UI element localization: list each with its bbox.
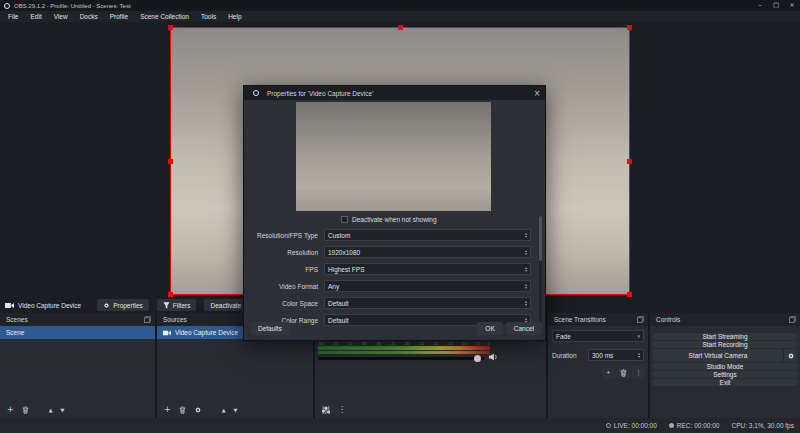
menu-view[interactable]: View bbox=[48, 11, 74, 22]
move-source-down-button[interactable]: ▼ bbox=[234, 408, 238, 413]
filters-button[interactable]: Filters bbox=[157, 299, 197, 311]
move-source-up-button[interactable]: ▲ bbox=[222, 408, 226, 413]
selection-handle[interactable] bbox=[398, 25, 403, 30]
selection-handle[interactable] bbox=[627, 25, 632, 30]
ok-button[interactable]: OK bbox=[477, 322, 502, 335]
transitions-dock-header[interactable]: Scene Transitions bbox=[548, 313, 648, 326]
duration-spinbox[interactable]: 300 ms ▴▾ bbox=[588, 349, 644, 361]
form-row-resolution: Resolution 1920x1080 ▴▾ bbox=[252, 246, 531, 258]
titlebar[interactable]: OBS 29.1.2 - Profile: Untitled - Scenes:… bbox=[0, 0, 800, 11]
selection-handle[interactable] bbox=[627, 159, 632, 164]
resolution-select[interactable]: 1920x1080 ▴▾ bbox=[324, 246, 531, 258]
remove-source-button[interactable] bbox=[179, 406, 186, 414]
move-scene-up-button[interactable]: ▲ bbox=[49, 408, 53, 413]
source-properties-gear-icon[interactable] bbox=[194, 406, 202, 414]
studio-mode-button[interactable]: Studio Mode bbox=[653, 363, 797, 370]
video-format-select[interactable]: Any ▴▾ bbox=[324, 280, 531, 292]
controls-dock-header[interactable]: Controls bbox=[650, 313, 800, 326]
scene-name: Scene bbox=[6, 329, 24, 336]
minimize-button[interactable]: – bbox=[752, 0, 768, 11]
obs-logo-icon bbox=[253, 90, 259, 96]
transition-properties-kebab-icon[interactable]: ⋮ bbox=[632, 366, 645, 379]
virtual-camera-config-button[interactable] bbox=[784, 349, 797, 362]
window-controls: – □ × bbox=[752, 0, 800, 11]
obs-window: OBS 29.1.2 - Profile: Untitled - Scenes:… bbox=[0, 0, 800, 433]
advanced-audio-sliders-icon[interactable] bbox=[322, 406, 330, 414]
spinner-arrows-icon: ▴▾ bbox=[525, 232, 527, 239]
add-transition-button[interactable]: + bbox=[602, 366, 615, 379]
menu-bar: File Edit View Docks Profile Scene Colle… bbox=[0, 11, 800, 22]
sources-dock-title: Sources bbox=[163, 316, 187, 323]
remove-transition-button[interactable] bbox=[617, 366, 630, 379]
gear-icon bbox=[103, 302, 110, 309]
selection-handle[interactable] bbox=[168, 25, 173, 30]
dock-popout-icon[interactable] bbox=[637, 316, 644, 323]
menu-docks[interactable]: Docks bbox=[74, 11, 104, 22]
properties-button[interactable]: Properties bbox=[97, 299, 149, 311]
spinner-arrows-icon[interactable]: ▴▾ bbox=[638, 352, 640, 359]
device-preview bbox=[296, 102, 491, 211]
mixer-kebab-menu-icon[interactable]: ⋮ bbox=[338, 406, 346, 414]
deactivate-when-not-showing-row[interactable]: Deactivate when not showing bbox=[341, 216, 437, 223]
scenes-dock-title: Scenes bbox=[6, 316, 28, 323]
settings-button[interactable]: Settings bbox=[653, 371, 797, 378]
add-source-button[interactable]: + bbox=[164, 406, 171, 414]
menu-help[interactable]: Help bbox=[222, 11, 247, 22]
deactivate-button[interactable]: Deactivate bbox=[204, 299, 247, 311]
remove-scene-button[interactable] bbox=[22, 406, 29, 414]
menu-edit[interactable]: Edit bbox=[24, 11, 47, 22]
sources-toolbar: + ▲ ▼ bbox=[157, 402, 313, 418]
form-row-color-space: Color Space Default ▴▾ bbox=[252, 297, 531, 309]
checkbox-unchecked[interactable] bbox=[341, 216, 348, 223]
form-row-video-format: Video Format Any ▴▾ bbox=[252, 280, 531, 292]
spinner-arrows-icon: ▴▾ bbox=[525, 249, 527, 256]
transition-select[interactable]: Fade ▾ bbox=[552, 330, 644, 342]
defaults-button[interactable]: Defaults bbox=[250, 322, 290, 335]
close-button[interactable]: × bbox=[784, 0, 800, 11]
maximize-button[interactable]: □ bbox=[768, 0, 784, 11]
gear-icon bbox=[787, 352, 795, 360]
dock-popout-icon[interactable] bbox=[144, 316, 151, 323]
dock-popout-icon[interactable] bbox=[789, 316, 796, 323]
speaker-mute-icon[interactable] bbox=[489, 353, 498, 361]
fps-select[interactable]: Highest FPS ▴▾ bbox=[324, 263, 531, 275]
selection-handle[interactable] bbox=[168, 159, 173, 164]
source-name: Video Capture Device bbox=[175, 329, 238, 336]
move-scene-down-button[interactable]: ▼ bbox=[61, 408, 65, 413]
resolution-fps-type-select[interactable]: Custom ▴▾ bbox=[324, 229, 531, 241]
add-scene-button[interactable]: + bbox=[7, 406, 14, 414]
start-virtual-camera-button[interactable]: Start Virtual Camera bbox=[653, 349, 783, 362]
exit-button[interactable]: Exit bbox=[653, 379, 797, 386]
volume-slider[interactable] bbox=[318, 357, 484, 360]
scenes-toolbar: + ▲ ▼ bbox=[0, 402, 155, 418]
menu-tools[interactable]: Tools bbox=[195, 11, 222, 22]
spinner-arrows-icon: ▴▾ bbox=[525, 283, 527, 290]
status-bar: LIVE: 00:00:00 REC: 00:00:00 CPU: 3.1%, … bbox=[0, 418, 800, 433]
properties-button-label: Properties bbox=[113, 302, 143, 309]
volume-slider-handle[interactable] bbox=[474, 355, 481, 362]
duration-label: Duration bbox=[552, 352, 577, 359]
cancel-button[interactable]: Cancel bbox=[506, 322, 542, 335]
menu-scene-collection[interactable]: Scene Collection bbox=[134, 11, 195, 22]
dialog-close-button[interactable]: × bbox=[529, 89, 545, 98]
volume-meter-right bbox=[318, 351, 490, 354]
dialog-scrollbar[interactable] bbox=[539, 216, 542, 324]
deactivate-button-label: Deactivate bbox=[210, 302, 241, 309]
controls-dock-title: Controls bbox=[656, 316, 680, 323]
scenes-dock-header[interactable]: Scenes bbox=[0, 313, 155, 326]
start-recording-button[interactable]: Start Recording bbox=[653, 341, 797, 348]
properties-dialog: Properties for 'Video Capture Device' × … bbox=[243, 85, 546, 341]
live-status: LIVE: 00:00:00 bbox=[606, 422, 657, 429]
rec-status: REC: 00:00:00 bbox=[669, 422, 720, 429]
menu-file[interactable]: File bbox=[2, 11, 24, 22]
dialog-actions: OK Cancel bbox=[477, 322, 542, 335]
dialog-titlebar[interactable]: Properties for 'Video Capture Device' × bbox=[244, 86, 545, 100]
spinner-arrows-icon: ▴▾ bbox=[525, 266, 527, 273]
color-space-select[interactable]: Default ▴▾ bbox=[324, 297, 531, 309]
menu-profile[interactable]: Profile bbox=[104, 11, 134, 22]
scrollbar-thumb[interactable] bbox=[539, 216, 542, 261]
spinner-arrows-icon: ▴▾ bbox=[525, 300, 527, 307]
start-streaming-button[interactable]: Start Streaming bbox=[653, 333, 797, 340]
context-source-name: Video Capture Device bbox=[18, 302, 81, 309]
scene-list-item-selected[interactable]: Scene bbox=[0, 326, 155, 339]
